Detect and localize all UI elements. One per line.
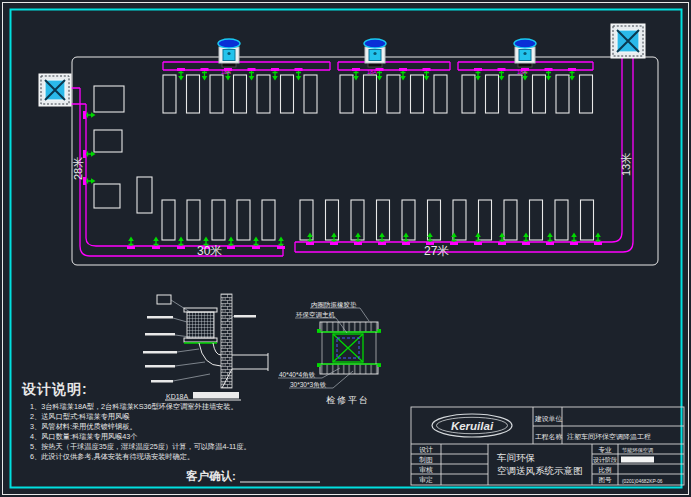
unit-flange-bottom — [184, 338, 217, 342]
machine-rect — [162, 200, 175, 240]
duct-tap — [295, 68, 303, 71]
outlet-arrow-head — [547, 233, 553, 238]
duct-tap — [127, 246, 135, 249]
outlet-arrow-head — [522, 76, 528, 81]
duct-tap — [570, 242, 578, 245]
role-design-label: 设计 — [419, 446, 433, 453]
customer-confirmation: 客户确认: — [185, 469, 320, 483]
generated-geometry — [39, 24, 645, 249]
role-approve-label: 审定 — [419, 476, 433, 484]
outlet-arrow-head — [91, 112, 96, 118]
outlet-arrow-head — [424, 76, 430, 81]
machine-rect — [509, 75, 522, 113]
outlet-arrow-head — [249, 76, 255, 81]
outlet-arrow-head — [377, 76, 383, 81]
outlet-arrow-head — [475, 76, 481, 81]
machine-rect — [453, 200, 466, 240]
duct-tap — [252, 246, 260, 249]
dimension-bottom-left: 30米 — [197, 244, 222, 258]
outlet-arrow-head — [307, 233, 313, 238]
outlet-arrow-head — [253, 237, 259, 242]
duct-tap — [227, 246, 235, 249]
fan-label-2: 18A — [367, 69, 377, 75]
machine-rect — [326, 200, 339, 240]
outlet-arrow-head — [225, 76, 231, 81]
machine-rect — [94, 184, 120, 208]
outlet-arrow-head — [278, 237, 284, 242]
machine-rect — [377, 200, 390, 240]
drawing-no-value: (0201)04682KP-06 — [622, 479, 663, 484]
duct-tap — [277, 246, 285, 249]
fan-cowl — [514, 39, 536, 48]
machine-rect — [504, 200, 517, 240]
machine-rect — [262, 200, 275, 240]
customer-confirm-label: 客户确认: — [185, 469, 236, 483]
role-check-label: 审核 — [419, 466, 433, 474]
fan-label-1: 18A — [221, 69, 231, 75]
owner-label: 建设单位 — [534, 415, 562, 423]
project-label: 工程名称 — [535, 433, 562, 441]
fan-cowl — [218, 39, 240, 48]
note-item: 4、风口数量:科瑞莱专用风喉43个 — [30, 432, 137, 441]
machine-rect — [533, 75, 546, 113]
duct-tap — [177, 68, 185, 71]
machine-rect — [234, 75, 247, 113]
outlet-arrow-head — [546, 76, 552, 81]
outlet-arrow-head — [296, 76, 302, 81]
duct-tap — [522, 242, 530, 245]
duct-tap — [399, 68, 407, 71]
specialty-value: 节能环保空调 — [622, 447, 653, 454]
machine-rect — [530, 200, 543, 240]
wall-hatch — [221, 294, 232, 388]
outlet-arrow-head — [272, 76, 278, 81]
machine-rect — [364, 75, 377, 113]
outlet-arrow-head — [403, 233, 409, 238]
outlet-arrow-head — [331, 233, 337, 238]
outlet-arrow-head — [355, 233, 361, 238]
platform-rail-bottom — [320, 364, 378, 374]
outlet-arrow-head — [228, 237, 234, 242]
dimension-right: 13米 — [620, 153, 632, 176]
machine-rect — [94, 86, 124, 112]
outlet-arrow-head — [91, 178, 96, 184]
duct-tap — [152, 246, 160, 249]
duct-tap — [378, 242, 386, 245]
duct-tap — [248, 68, 256, 71]
note-item: 3、风管材料:采用优质镀锌钢板。 — [30, 422, 137, 431]
outlet-arrow-head — [203, 237, 209, 242]
fan-hub — [227, 52, 230, 55]
stage-label: 设计阶段 — [593, 456, 617, 463]
note-item: 6、此设计仅供参考,具体安装有待现场安装时确定。 — [30, 452, 194, 461]
machine-rect — [210, 75, 223, 113]
platform-rail-top — [320, 322, 378, 332]
duct-tap — [330, 242, 338, 245]
dimension-bottom-right: 27米 — [424, 244, 449, 258]
note-item: 1、3台科瑞莱18A型，2台科瑞莱KS36型环保空调室外挂墙安装。 — [30, 402, 238, 411]
outlet-arrow-head — [595, 233, 601, 238]
outlet-arrow-head — [451, 233, 457, 238]
machine-rect — [187, 75, 200, 113]
duct-tap — [474, 68, 482, 71]
drawing-title-line1: 车间环保 — [497, 452, 535, 463]
outlet-arrow-head — [475, 233, 481, 238]
fan-cowl — [364, 39, 386, 48]
machine-rect — [580, 75, 593, 113]
stage-highlight-bar — [621, 457, 654, 463]
duct-tap — [83, 111, 86, 119]
machine-rect — [281, 75, 294, 113]
duct-tap — [568, 68, 576, 71]
duct-elbow-inner — [213, 343, 221, 355]
cad-drawing-canvas: 28米 13米 30米 27米 18A 18A 18A KD18A — [0, 0, 691, 497]
outlet-arrow-head — [569, 76, 575, 81]
project-value: 注塑车间环保空调降温工程 — [567, 432, 651, 441]
outlet-arrow-head — [400, 76, 406, 81]
leader-line — [171, 300, 190, 312]
label-flat-iron: 30*30*3角铁 — [290, 381, 327, 388]
notes-title: 设计说明: — [21, 381, 88, 397]
brand-logo: Keruilai — [451, 420, 494, 432]
duct-tap — [354, 242, 362, 245]
duct-tap — [594, 242, 602, 245]
duct-right-inner — [295, 58, 622, 242]
machine-rect — [434, 75, 447, 113]
specialty-label: 专业 — [599, 446, 613, 453]
